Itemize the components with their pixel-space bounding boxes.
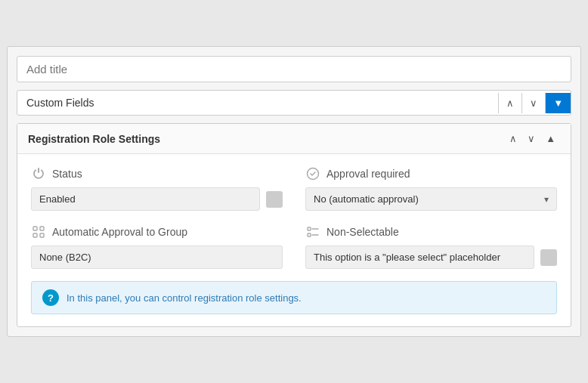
section-content: Status Enabled Approval required [17,154,571,281]
custom-fields-down-button[interactable]: ∨ [521,93,545,113]
non-selectable-value: This option is a "please select" placeho… [305,246,534,269]
auto-approval-group-label: Automatic Approval to Group [31,224,283,239]
section-title: Registration Role Settings [28,133,505,145]
grid-icon [31,224,46,239]
approval-required-label-text: Approval required [326,168,410,180]
info-box: ? In this panel, you can control registr… [31,281,557,314]
non-selectable-label-text: Non-Selectable [326,226,399,238]
auto-approval-group-label-text: Automatic Approval to Group [52,226,187,238]
status-value: Enabled [31,187,260,211]
custom-fields-label: Custom Fields [17,91,498,115]
custom-fields-dropdown-button[interactable]: ▼ [545,93,571,113]
svg-rect-3 [33,233,37,237]
non-selectable-toggle[interactable] [540,249,557,266]
svg-rect-1 [33,227,37,230]
svg-rect-5 [308,227,311,230]
approval-required-value: No (automatic approval) [314,193,419,205]
title-input[interactable] [17,56,571,82]
auto-approval-group-value: None (B2C) [31,246,283,269]
approval-required-select[interactable]: No (automatic approval) ▾ [305,187,557,211]
approval-required-label: Approval required [305,166,557,181]
section-up-button[interactable]: ∧ [505,131,521,146]
approval-required-control: No (automatic approval) ▾ [305,187,557,211]
section-down-button[interactable]: ∨ [523,131,540,146]
section-collapse-button[interactable]: ▲ [541,131,560,146]
status-field-group: Status Enabled [31,166,283,211]
main-container: Custom Fields ∧ ∨ ▼ Registration Role Se… [7,46,581,337]
svg-rect-2 [40,227,44,230]
info-icon: ? [42,289,59,306]
non-selectable-control: This option is a "please select" placeho… [305,246,557,269]
section-header: Registration Role Settings ∧ ∨ ▲ [17,124,571,154]
list-check-icon [305,224,320,239]
custom-fields-up-button[interactable]: ∧ [499,93,521,113]
status-label: Status [31,166,283,181]
non-selectable-field-group: Non-Selectable This option is a "please … [305,224,557,269]
auto-approval-group-control: None (B2C) [31,246,283,269]
check-badge-icon [305,166,320,181]
status-label-text: Status [52,168,82,180]
section-btn-group: ∧ ∨ ▲ [505,131,560,146]
status-toggle[interactable] [266,191,283,208]
custom-fields-btn-group: ∧ ∨ ▼ [498,93,571,113]
auto-approval-group-field-group: Automatic Approval to Group None (B2C) [31,224,283,269]
info-text: In this panel, you can control registrat… [67,292,302,304]
status-control: Enabled [31,187,283,211]
non-selectable-label: Non-Selectable [305,224,557,239]
approval-required-field-group: Approval required No (automatic approval… [305,166,557,211]
svg-rect-7 [308,233,311,236]
power-icon [31,166,46,181]
svg-rect-4 [40,233,44,237]
custom-fields-bar: Custom Fields ∧ ∨ ▼ [17,90,571,116]
chevron-down-icon: ▾ [544,194,549,205]
registration-role-section: Registration Role Settings ∧ ∨ ▲ Status [17,123,571,327]
